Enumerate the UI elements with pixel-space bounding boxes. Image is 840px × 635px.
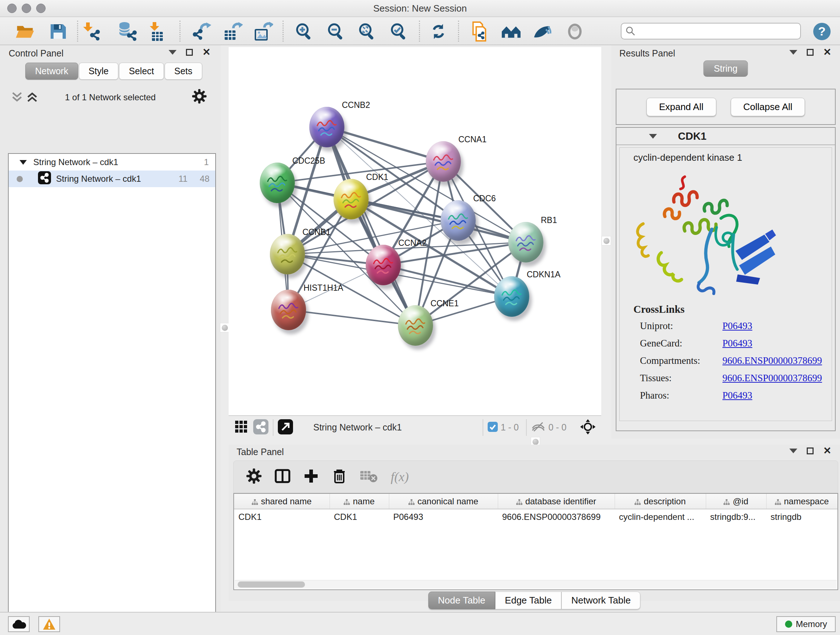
table-row[interactable]: CDK1CDK1P064939606.ENSP00000378699cyclin… — [234, 509, 837, 524]
table-cell[interactable]: P06493 — [389, 509, 498, 524]
tab-style[interactable]: Style — [79, 63, 118, 80]
crosslink-link[interactable]: 9606.ENSP00000378699 — [722, 372, 822, 384]
right-splitter-handle[interactable] — [602, 236, 611, 245]
import-table-icon[interactable] — [147, 21, 167, 42]
table-panel-float-icon[interactable] — [807, 448, 813, 454]
results-panel-close-icon[interactable]: ✕ — [823, 49, 831, 56]
crosslink-link[interactable]: P06493 — [722, 390, 752, 401]
table-cell[interactable]: 9606.ENSP00000378699 — [498, 509, 615, 524]
tab-string[interactable]: String — [703, 60, 748, 77]
crosslink-link[interactable]: P06493 — [722, 320, 752, 332]
gene-expander-icon[interactable] — [649, 134, 657, 139]
zoom-fit-icon[interactable] — [357, 21, 377, 42]
control-panel-close-icon[interactable]: ✕ — [202, 49, 210, 56]
birdseye-navigator-icon[interactable] — [579, 418, 596, 437]
hidden-eye-icon[interactable] — [531, 421, 546, 434]
cloud-status-button[interactable] — [8, 616, 30, 632]
warnings-button[interactable] — [38, 616, 60, 632]
import-network-file-icon[interactable] — [81, 21, 102, 42]
help-icon[interactable]: ? — [812, 21, 832, 42]
network-node-ccna2[interactable] — [366, 245, 401, 285]
export-image-icon[interactable] — [253, 21, 273, 42]
save-session-icon[interactable] — [48, 21, 68, 42]
table-cell[interactable]: CDK1 — [234, 509, 330, 524]
crosslink-link[interactable]: P06493 — [722, 338, 752, 349]
open-session-icon[interactable] — [15, 21, 35, 42]
network-node-rb1[interactable] — [508, 222, 543, 263]
column-header-shared-name[interactable]: shared name — [234, 494, 330, 509]
selected-checkbox-icon[interactable] — [488, 422, 498, 433]
network-node-hist1h1a[interactable] — [271, 290, 306, 330]
results-panel-float-icon[interactable] — [807, 49, 813, 56]
right-splitter[interactable] — [601, 45, 611, 439]
network-view-mode-icon[interactable] — [253, 419, 268, 436]
collapse-all-button[interactable]: Collapse All — [731, 98, 805, 116]
column-header--id[interactable]: @id — [706, 494, 766, 509]
network-node-count: 11 — [178, 174, 187, 184]
zoom-in-icon[interactable] — [294, 21, 314, 42]
table-panel-menu-icon[interactable] — [789, 448, 797, 453]
table-cell[interactable]: stringdb — [766, 509, 837, 524]
left-splitter[interactable] — [221, 45, 229, 612]
search-input[interactable] — [636, 26, 791, 36]
add-column-icon[interactable] — [303, 468, 319, 486]
column-header-description[interactable]: description — [615, 494, 706, 509]
column-header-name[interactable]: name — [330, 494, 389, 509]
table-cell[interactable]: stringdb:9... — [706, 509, 766, 524]
tab-sets[interactable]: Sets — [164, 63, 202, 80]
gene-section-header[interactable]: CDK1 — [616, 128, 835, 145]
memory-button[interactable]: Memory — [776, 616, 836, 632]
results-panel-menu-icon[interactable] — [789, 50, 797, 55]
tab-network[interactable]: Network — [25, 63, 78, 80]
network-node-cdc25b[interactable] — [260, 163, 295, 203]
delete-column-icon[interactable] — [332, 467, 347, 486]
import-network-database-icon[interactable] — [117, 21, 137, 42]
table-hscrollbar[interactable] — [235, 580, 837, 589]
tab-network-table[interactable]: Network Table — [561, 592, 640, 609]
network-node-ccnb1[interactable] — [270, 234, 305, 274]
zoom-out-icon[interactable] — [325, 21, 346, 42]
hide-graphics-icon[interactable] — [532, 21, 552, 42]
table-hscrollbar-thumb[interactable] — [238, 581, 305, 587]
show-graphics-icon[interactable] — [565, 21, 585, 42]
network-row[interactable]: String Network – cdk1 11 48 — [9, 171, 215, 187]
table-cell[interactable]: CDK1 — [330, 509, 389, 524]
table-panel-close-icon[interactable]: ✕ — [823, 448, 831, 454]
refresh-icon[interactable] — [428, 21, 448, 42]
status-bar: Memory — [0, 612, 840, 635]
network-node-ccnb2[interactable] — [309, 107, 344, 147]
grid-view-icon[interactable] — [234, 420, 248, 435]
network-node-ccna1[interactable] — [426, 141, 461, 182]
column-header-database-identifier[interactable]: database identifier — [498, 494, 615, 509]
control-panel-menu-icon[interactable] — [169, 50, 177, 55]
network-node-cdk1[interactable] — [333, 179, 369, 219]
collection-expander-icon[interactable] — [19, 160, 27, 165]
network-node-ccne1[interactable] — [398, 305, 433, 346]
export-table-icon[interactable] — [223, 21, 243, 42]
network-node-cdkn1a[interactable] — [494, 276, 529, 317]
zoom-selected-icon[interactable] — [388, 21, 409, 42]
graphics-details-icon[interactable] — [501, 21, 521, 42]
network-collection-row[interactable]: String Network – cdk1 1 — [9, 154, 215, 171]
expand-all-button[interactable]: Expand All — [646, 98, 716, 116]
column-header-namespace[interactable]: namespace — [766, 494, 837, 509]
show-columns-icon[interactable] — [274, 468, 291, 486]
tab-select[interactable]: Select — [119, 63, 164, 80]
detach-view-icon[interactable] — [278, 419, 293, 436]
copy-style-icon[interactable] — [470, 21, 490, 42]
tab-edge-table[interactable]: Edge Table — [495, 592, 562, 609]
tab-node-table[interactable]: Node Table — [428, 592, 495, 609]
column-header-canonical-name[interactable]: canonical name — [389, 494, 498, 509]
delete-table-icon[interactable] — [360, 469, 378, 485]
function-builder-icon[interactable]: f(x) — [391, 469, 409, 485]
horizontal-splitter[interactable] — [229, 439, 840, 445]
network-canvas[interactable]: CCNB2CCNA1CDC25BCDK1CDC6RB1CCNB1CCNA2CDK… — [229, 47, 601, 415]
left-splitter-handle[interactable] — [220, 323, 229, 333]
network-options-gear-icon[interactable] — [192, 89, 207, 105]
crosslink-link[interactable]: 9606.ENSP00000378699 — [722, 355, 822, 366]
table-gear-icon[interactable] — [246, 468, 262, 486]
table-cell[interactable]: cyclin-dependent ... — [615, 509, 706, 524]
network-node-cdc6[interactable] — [441, 200, 476, 241]
export-network-icon[interactable] — [191, 21, 212, 42]
control-panel-float-icon[interactable] — [186, 49, 193, 56]
